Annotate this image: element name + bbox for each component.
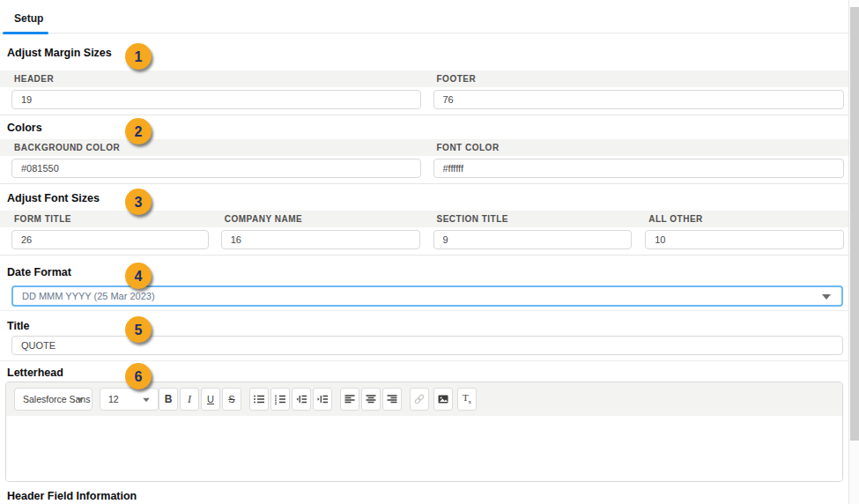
input-row-colors bbox=[0, 156, 848, 184]
letterhead-editor: Salesforce Sans 12 B I U S bbox=[5, 382, 843, 482]
date-format-selected-value: DD MMM YYYY (25 Mar 2023) bbox=[13, 291, 155, 301]
tab-setup[interactable]: Setup bbox=[14, 12, 43, 25]
section-heading-margins: Adjust Margin Sizes 1 bbox=[0, 47, 848, 60]
annotation-badge-3: 3 bbox=[125, 189, 152, 215]
label-band-colors: BACKGROUND COLOR FONT COLOR bbox=[0, 139, 848, 156]
label-band-margins: HEADER FOOTER bbox=[0, 70, 848, 87]
header-margin-input[interactable] bbox=[11, 90, 421, 109]
strikethrough-button[interactable]: S bbox=[222, 388, 241, 411]
align-left-icon bbox=[344, 393, 356, 405]
chevron-down-icon bbox=[143, 398, 150, 403]
footer-section-heading: Header Field Information bbox=[0, 490, 848, 503]
section-heading-title: Title 5 bbox=[0, 320, 848, 333]
underline-button[interactable]: U bbox=[201, 388, 220, 411]
field-label-company-name: COMPANY NAME bbox=[212, 214, 425, 224]
footer-margin-input[interactable] bbox=[433, 90, 845, 109]
section-heading-text: Adjust Font Sizes bbox=[7, 192, 100, 204]
active-tab-underline bbox=[3, 32, 48, 34]
numbered-list-button[interactable] bbox=[270, 388, 290, 411]
company-name-size-input[interactable] bbox=[221, 230, 420, 249]
vertical-scrollbar[interactable] bbox=[848, 0, 859, 504]
section-title-size-input[interactable] bbox=[433, 230, 633, 249]
section-heading-colors: Colors 2 bbox=[0, 122, 848, 135]
text-style-group: B I U S bbox=[159, 388, 241, 411]
field-label-all-other: ALL OTHER bbox=[636, 214, 848, 224]
section-heading-font-sizes: Adjust Font Sizes 3 bbox=[0, 192, 848, 205]
font-family-dropdown[interactable]: Salesforce Sans bbox=[14, 388, 93, 411]
section-heading-text: Title bbox=[7, 320, 29, 332]
annotation-badge-4: 4 bbox=[125, 263, 152, 289]
all-other-size-input[interactable] bbox=[645, 230, 844, 249]
outdent-icon bbox=[295, 393, 307, 405]
align-right-icon bbox=[386, 393, 398, 405]
clear-format-icon: Tx bbox=[463, 392, 471, 405]
field-label-header: HEADER bbox=[0, 74, 425, 84]
font-size-dropdown[interactable]: 12 bbox=[100, 388, 159, 411]
section-heading-text: Letterhead bbox=[7, 367, 63, 379]
letterhead-text-area[interactable] bbox=[6, 416, 842, 481]
image-icon bbox=[437, 393, 449, 405]
image-button[interactable] bbox=[433, 388, 453, 411]
input-row-font-sizes bbox=[0, 227, 848, 256]
annotation-badge-2: 2 bbox=[125, 118, 152, 145]
setup-page: Setup Adjust Margin Sizes 1 HEADER FOOTE… bbox=[0, 0, 859, 504]
title-row bbox=[0, 336, 848, 361]
italic-icon: I bbox=[188, 393, 191, 406]
section-heading-text: Adjust Margin Sizes bbox=[7, 47, 112, 59]
date-format-row: DD MMM YYYY (25 Mar 2023) bbox=[0, 285, 848, 311]
italic-button[interactable]: I bbox=[180, 388, 199, 411]
input-row-margins bbox=[0, 87, 848, 115]
section-heading-text: Colors bbox=[7, 122, 42, 134]
field-label-font-color: FONT COLOR bbox=[425, 143, 849, 152]
list-group bbox=[249, 388, 332, 411]
strikethrough-icon: S bbox=[228, 394, 234, 404]
indent-button[interactable] bbox=[313, 388, 332, 411]
section-heading-date-format: Date Format 4 bbox=[0, 266, 848, 279]
insert-group: Tx bbox=[410, 388, 477, 411]
field-label-background-color: BACKGROUND COLOR bbox=[0, 143, 425, 152]
bullet-list-button[interactable] bbox=[249, 388, 269, 411]
link-button[interactable] bbox=[410, 388, 429, 411]
tab-divider bbox=[0, 33, 848, 33]
background-color-input[interactable] bbox=[11, 159, 421, 178]
section-heading-text: Date Format bbox=[7, 266, 71, 278]
tab-bar: Setup bbox=[0, 0, 848, 33]
link-icon bbox=[413, 393, 426, 405]
bold-button[interactable]: B bbox=[159, 388, 178, 411]
numbered-list-icon bbox=[274, 393, 286, 405]
align-left-button[interactable] bbox=[340, 388, 359, 411]
bullet-list-icon bbox=[253, 393, 265, 405]
label-band-font-sizes: FORM TITLE COMPANY NAME SECTION TITLE AL… bbox=[0, 211, 848, 227]
clear-format-button[interactable]: Tx bbox=[457, 388, 477, 411]
field-label-section-title: SECTION TITLE bbox=[425, 214, 637, 224]
scrollbar-thumb[interactable] bbox=[850, 7, 859, 441]
chevron-down-icon bbox=[822, 294, 831, 300]
underline-icon: U bbox=[207, 394, 214, 404]
outdent-button[interactable] bbox=[292, 388, 311, 411]
section-heading-letterhead: Letterhead 6 bbox=[0, 367, 848, 380]
align-center-button[interactable] bbox=[361, 388, 381, 411]
annotation-badge-6: 6 bbox=[125, 363, 152, 389]
field-label-form-title: FORM TITLE bbox=[0, 214, 212, 224]
indent-icon bbox=[316, 393, 329, 405]
bold-icon: B bbox=[165, 393, 173, 405]
annotation-badge-1: 1 bbox=[125, 43, 152, 70]
align-right-button[interactable] bbox=[382, 388, 402, 411]
align-group bbox=[340, 388, 402, 411]
font-color-input[interactable] bbox=[433, 159, 845, 178]
form-title-size-input[interactable] bbox=[11, 230, 209, 249]
field-label-footer: FOOTER bbox=[425, 74, 849, 84]
annotation-badge-5: 5 bbox=[125, 316, 152, 343]
chevron-down-icon bbox=[77, 398, 84, 403]
font-size-value: 12 bbox=[100, 394, 119, 404]
align-center-icon bbox=[365, 393, 377, 405]
